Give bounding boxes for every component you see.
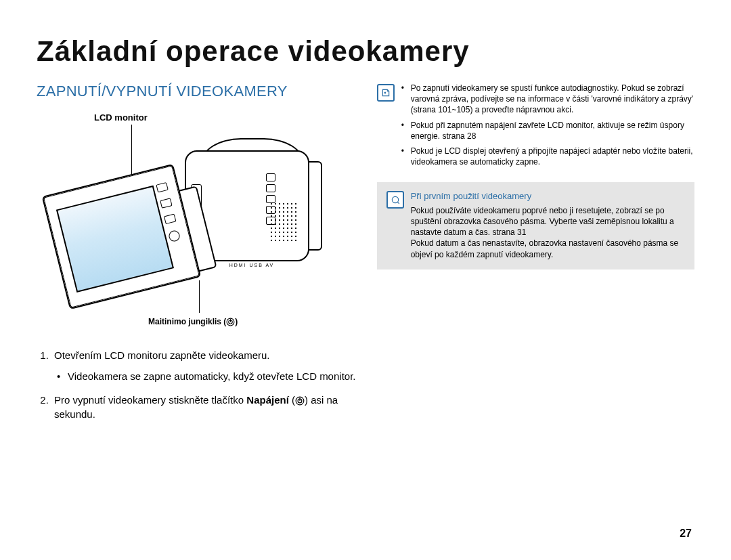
- power-switch-close: ): [235, 317, 238, 326]
- step-2: Pro vypnutí videokamery stiskněte tlačít…: [51, 393, 361, 421]
- note-icon: [377, 84, 395, 102]
- note-list: Po zapnutí videokamery se spustí funkce …: [401, 83, 694, 171]
- step-1-text: Otevřením LCD monitoru zapněte videokame…: [54, 349, 269, 361]
- step-2-pre: Pro vypnutí videokamery stiskněte tlačít…: [54, 394, 246, 406]
- lcd-leader-line: [131, 125, 132, 180]
- columns: ZAPNUTÍ/VYPNUTÍ VIDEOKAMERY LCD monitor …: [37, 83, 694, 431]
- lcd-assembly: [42, 159, 221, 309]
- note-item: Pokud je LCD displej otevřený a připojít…: [401, 146, 694, 167]
- side-icons: [266, 171, 286, 252]
- left-column: ZAPNUTÍ/VYPNUTÍ VIDEOKAMERY LCD monitor …: [37, 83, 361, 431]
- step-1-sub: Videokamera se zapne automaticky, když o…: [54, 369, 361, 383]
- lcd-button-icon: [160, 198, 172, 209]
- lcd-frame: [42, 164, 202, 309]
- note-block: Po zapnutí videokamery se spustí funkce …: [377, 83, 694, 171]
- lcd-power-icon: [168, 230, 181, 242]
- power-icon: [295, 396, 305, 406]
- power-leader-line: [199, 280, 200, 313]
- note-item: Pokud při zapnutém napájení zavřete LCD …: [401, 120, 694, 142]
- tip-body: Pokud používáte videokameru poprvé nebo …: [411, 205, 685, 260]
- page-number: 27: [680, 527, 692, 540]
- camera-figure: LCD monitor HDMI USB AV: [37, 112, 321, 282]
- power-switch-label: Maitinimo jungiklis ( ): [148, 317, 238, 326]
- right-column: Po zapnutí videokamery se spustí funkce …: [377, 83, 694, 431]
- power-switch-text: Maitinimo jungiklis (: [148, 317, 226, 326]
- step-1-sublist: Videokamera se zapne automaticky, když o…: [54, 362, 361, 383]
- step-2-bold: Napájení: [246, 394, 289, 406]
- page-title: Základní operace videokamery: [37, 35, 694, 68]
- port-labels: HDMI USB AV: [211, 263, 292, 267]
- step-2-mid: (: [289, 394, 295, 406]
- power-icon: [226, 318, 235, 326]
- lcd-button-icon: [156, 182, 168, 193]
- lcd-screen: [56, 186, 174, 293]
- tip-icon: [386, 191, 404, 209]
- section-heading: ZAPNUTÍ/VYPNUTÍ VIDEOKAMERY: [37, 83, 361, 100]
- svg-line-9: [397, 202, 399, 204]
- steps-list: Otevřením LCD monitoru zapněte videokame…: [37, 329, 361, 421]
- svg-point-8: [392, 197, 398, 203]
- tip-box: Při prvním použití videokamery Pokud pou…: [377, 182, 694, 269]
- lcd-label: LCD monitor: [94, 112, 148, 123]
- step-1: Otevřením LCD monitoru zapněte videokame…: [51, 348, 361, 383]
- tip-content: Při prvním použití videokamery Pokud pou…: [411, 190, 685, 259]
- note-item: Po zapnutí videokamery se spustí funkce …: [401, 83, 694, 116]
- manual-page: Základní operace videokamery ZAPNUTÍ/VYP…: [0, 0, 731, 560]
- lcd-button-icon: [164, 214, 176, 225]
- tip-title: Při prvním použití videokamery: [411, 190, 685, 202]
